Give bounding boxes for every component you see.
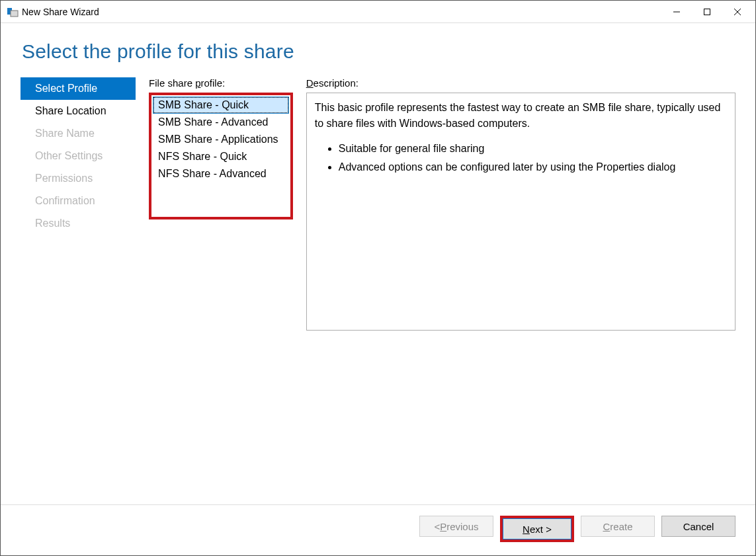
description-box: This basic profile represents the fastes… [306, 93, 735, 331]
description-bullet: Advanced options can be configured later… [339, 159, 727, 175]
profile-listbox[interactable]: SMB Share - Quick SMB Share - Advanced S… [153, 97, 289, 216]
next-button-highlight: Next > [500, 516, 574, 542]
step-share-location[interactable]: Share Location [21, 100, 136, 122]
steps-list: Select Profile Share Location Share Name… [21, 77, 136, 504]
page-title: Select the profile for this share [22, 40, 734, 63]
description-paragraph: This basic profile represents the fastes… [315, 100, 727, 132]
step-results: Results [21, 212, 136, 235]
step-confirmation: Confirmation [21, 190, 136, 212]
previous-button: < Previous [419, 516, 493, 537]
footer: < Previous Next > Create Cancel [1, 504, 755, 555]
description-label: Description: [306, 77, 735, 89]
page-header: Select the profile for this share [1, 23, 755, 67]
profile-column: File share profile: SMB Share - Quick SM… [149, 77, 293, 504]
close-button[interactable] [722, 1, 753, 22]
description-column: Description: This basic profile represen… [306, 77, 735, 504]
profile-item-nfs-quick[interactable]: NFS Share - Quick [153, 148, 289, 165]
create-button: Create [581, 516, 655, 537]
next-button[interactable]: Next > [503, 518, 571, 539]
profile-list-label: File share profile: [149, 77, 293, 89]
maximize-button[interactable] [692, 1, 722, 22]
svg-rect-1 [11, 11, 18, 17]
profile-list-highlight: SMB Share - Quick SMB Share - Advanced S… [149, 93, 293, 219]
profile-item-smb-quick[interactable]: SMB Share - Quick [153, 97, 289, 114]
profile-item-smb-advanced[interactable]: SMB Share - Advanced [153, 114, 289, 131]
step-share-name: Share Name [21, 122, 136, 145]
profile-item-smb-applications[interactable]: SMB Share - Applications [153, 131, 289, 148]
wizard-window: New Share Wizard Select the profile for … [0, 0, 756, 556]
titlebar: New Share Wizard [1, 1, 755, 23]
wizard-body: Select Profile Share Location Share Name… [1, 67, 755, 504]
content-area: Select the profile for this share Select… [1, 23, 755, 504]
description-bullet: Suitable for general file sharing [339, 141, 727, 157]
description-bullets: Suitable for general file sharing Advanc… [315, 141, 727, 175]
step-other-settings: Other Settings [21, 145, 136, 167]
step-select-profile[interactable]: Select Profile [21, 77, 136, 100]
svg-rect-3 [704, 9, 710, 15]
app-icon [6, 6, 18, 18]
window-title: New Share Wizard [22, 7, 99, 17]
minimize-button[interactable] [661, 1, 692, 22]
step-permissions: Permissions [21, 167, 136, 190]
profile-item-nfs-advanced[interactable]: NFS Share - Advanced [153, 165, 289, 182]
cancel-button[interactable]: Cancel [661, 516, 735, 537]
